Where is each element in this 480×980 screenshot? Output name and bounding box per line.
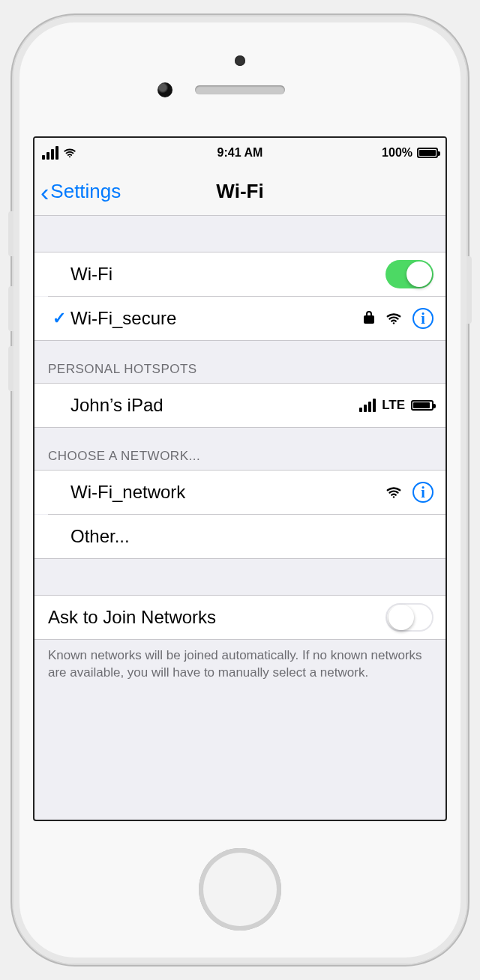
wifi-toggle-label: Wi-Fi xyxy=(70,253,386,295)
sensor-dot xyxy=(235,55,245,66)
network-row[interactable]: Wi-Fi_network i xyxy=(34,471,446,514)
page-title: Wi-Fi xyxy=(216,180,263,203)
wifi-strength-icon xyxy=(386,310,402,327)
checkmark-icon: ✓ xyxy=(52,309,66,328)
hotspot-carrier: LTE xyxy=(382,398,405,413)
front-camera xyxy=(158,82,172,97)
ask-to-join-footer: Known networks will be joined automatica… xyxy=(34,640,446,688)
wifi-toggle[interactable] xyxy=(386,260,434,288)
status-left xyxy=(42,146,76,160)
battery-percent: 100% xyxy=(382,146,412,160)
connected-network-name: Wi-Fi_secure xyxy=(70,297,363,339)
hotspot-battery-icon xyxy=(411,400,434,411)
speaker-grille xyxy=(195,85,285,94)
iphone-device-frame: 9:41 AM 100% ‹ Settings Wi-Fi Wi-Fi xyxy=(14,16,466,964)
status-time: 9:41 AM xyxy=(218,146,263,160)
svg-point-0 xyxy=(69,156,70,157)
navigation-bar: ‹ Settings Wi-Fi xyxy=(34,168,446,216)
wifi-icon xyxy=(63,146,76,160)
ask-to-join-toggle[interactable] xyxy=(386,603,434,632)
cellular-signal-icon xyxy=(42,146,58,160)
svg-point-1 xyxy=(393,322,394,324)
personal-hotspots-header: PERSONAL HOTSPOTS xyxy=(34,341,446,383)
other-label: Other... xyxy=(70,515,434,557)
hotspot-signal-icon xyxy=(359,399,376,412)
screen: 9:41 AM 100% ‹ Settings Wi-Fi Wi-Fi xyxy=(33,136,447,821)
wifi-strength-icon xyxy=(386,484,402,500)
back-label: Settings xyxy=(50,180,121,203)
hotspot-meta: LTE xyxy=(359,398,434,413)
battery-icon xyxy=(417,148,438,158)
wifi-toggle-row: Wi-Fi xyxy=(34,252,446,296)
ask-to-join-label: Ask to Join Networks xyxy=(48,596,386,638)
hotspot-name: John’s iPad xyxy=(70,384,359,426)
connected-network-row[interactable]: ✓ Wi-Fi_secure i xyxy=(34,297,446,340)
status-right: 100% xyxy=(382,146,438,160)
other-network-row[interactable]: Other... xyxy=(34,515,446,558)
info-button[interactable]: i xyxy=(412,308,434,329)
choose-network-header: CHOOSE A NETWORK... xyxy=(34,428,446,470)
content: Wi-Fi ✓ Wi-Fi_secure i xyxy=(34,216,446,820)
status-bar: 9:41 AM 100% xyxy=(34,138,446,168)
svg-point-2 xyxy=(393,496,394,497)
info-button[interactable]: i xyxy=(412,482,434,503)
back-button[interactable]: ‹ Settings xyxy=(40,180,121,203)
ask-to-join-row: Ask to Join Networks xyxy=(34,596,446,639)
network-name: Wi-Fi_network xyxy=(70,471,386,513)
hotspot-row[interactable]: John’s iPad LTE xyxy=(34,384,446,427)
home-button[interactable] xyxy=(199,848,281,931)
lock-icon xyxy=(363,309,375,328)
